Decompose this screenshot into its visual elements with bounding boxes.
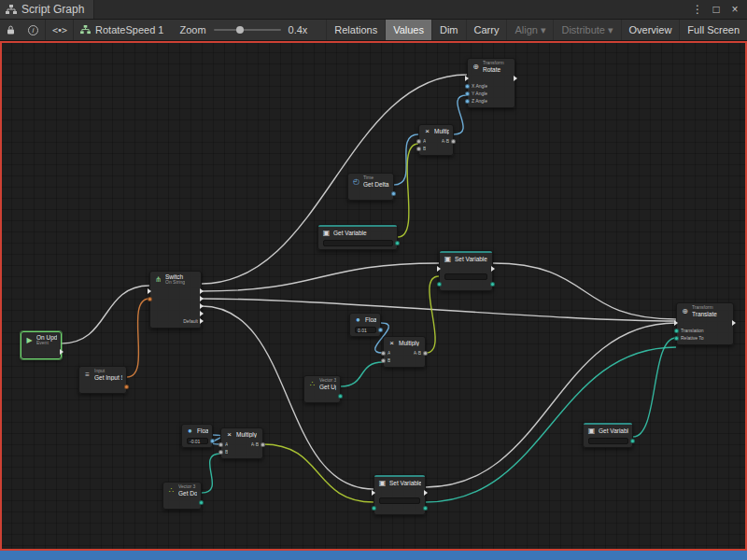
- value-port[interactable]: [199, 500, 204, 505]
- value-port[interactable]: [395, 241, 400, 245]
- node-multiply-mid[interactable]: × Multiply AA·BB: [383, 336, 426, 368]
- value-port[interactable]: [451, 139, 456, 144]
- value-port[interactable]: [381, 351, 386, 356]
- node-get-variable-right[interactable]: ▣ Get Variable: [583, 422, 633, 448]
- edge-getup-to-multiply-mid: [341, 362, 383, 386]
- zoom-slider[interactable]: [214, 24, 281, 35]
- value-port[interactable]: [437, 282, 442, 287]
- branch-icon: ⋔: [154, 275, 162, 284]
- value-port[interactable]: [674, 329, 679, 333]
- graph-canvas[interactable]: ▶ On UpdateEvent ≡ InputGet Input String…: [0, 41, 747, 551]
- node-get-input-string[interactable]: ≡ InputGet Input String: [78, 366, 127, 394]
- graph-breadcrumb[interactable]: RotateSpeed 1: [74, 20, 170, 40]
- node-on-update[interactable]: ▶ On UpdateEvent: [21, 331, 62, 359]
- value-port[interactable]: [490, 282, 495, 287]
- graph-toolbar: i <•> RotateSpeed 1 Zoom 0.4x RelationsV…: [0, 20, 747, 41]
- value-port[interactable]: [416, 147, 421, 151]
- node-get-variable-top[interactable]: ▣ Get Variable: [317, 224, 398, 250]
- cube-icon: ▣: [378, 479, 387, 487]
- node-field[interactable]: -0.01: [187, 438, 208, 444]
- flow-port[interactable]: [514, 76, 517, 81]
- value-port[interactable]: [465, 91, 470, 96]
- flow-port[interactable]: [491, 266, 495, 272]
- node-get-down[interactable]: ∴ Vector 3Get Down: [162, 482, 202, 510]
- flow-port[interactable]: [674, 320, 678, 326]
- node-title: Get Variable: [599, 427, 628, 434]
- value-port[interactable]: [465, 99, 470, 104]
- value-port[interactable]: [391, 191, 396, 196]
- toolbar-buttons: RelationsValuesDimCarryAlign ▾Distribute…: [326, 20, 747, 40]
- node-field[interactable]: 0.01: [355, 327, 376, 333]
- flow-port[interactable]: [200, 296, 204, 301]
- fit-icon[interactable]: <•>: [46, 20, 73, 40]
- flow-port[interactable]: [60, 349, 63, 355]
- value-port[interactable]: [674, 336, 679, 341]
- node-multiply-bottom[interactable]: × Multiply AA·BB: [220, 427, 263, 459]
- flow-port[interactable]: [200, 288, 204, 294]
- flow-port[interactable]: [437, 266, 441, 272]
- flow-port[interactable]: [148, 288, 151, 294]
- node-set-variable-mid[interactable]: ▣ Set Variable: [439, 250, 493, 291]
- zoom-value: 0.4x: [289, 24, 308, 35]
- flow-port[interactable]: [200, 303, 204, 309]
- toolbar-button-overview[interactable]: Overview: [621, 20, 680, 40]
- node-field[interactable]: [588, 438, 628, 444]
- vector3-icon: ∴: [308, 380, 317, 388]
- flow-port[interactable]: [200, 311, 204, 316]
- value-port[interactable]: [416, 139, 421, 144]
- node-field[interactable]: [379, 497, 420, 504]
- edge-setvar-bot-val-translate: [426, 347, 676, 502]
- node-get-delta-time[interactable]: ◴ TimeGet Delta Time: [347, 173, 394, 201]
- flow-port[interactable]: [424, 490, 428, 496]
- value-port[interactable]: [630, 439, 635, 443]
- zoom-slider-track[interactable]: [214, 29, 281, 31]
- flow-port[interactable]: [200, 318, 204, 324]
- value-port[interactable]: [423, 351, 428, 356]
- value-port[interactable]: [210, 439, 215, 443]
- flow-port[interactable]: [372, 490, 375, 496]
- node-float-001[interactable]: ● Float 0.01: [349, 313, 381, 337]
- window-tab[interactable]: Script Graph: [0, 0, 94, 19]
- zoom-slider-thumb[interactable]: [236, 26, 244, 34]
- toolbar-button-carry[interactable]: Carry: [466, 20, 507, 40]
- value-port[interactable]: [218, 450, 223, 455]
- value-port[interactable]: [148, 297, 152, 301]
- node-field[interactable]: [444, 273, 487, 280]
- toolbar-button-relations[interactable]: Relations: [326, 20, 385, 40]
- value-port[interactable]: [381, 358, 386, 363]
- toolbar-button-values[interactable]: Values: [385, 20, 431, 40]
- node-set-variable-bottom[interactable]: ▣ Set Variable: [374, 474, 426, 515]
- port-label: Default: [183, 318, 198, 324]
- flow-port[interactable]: [465, 76, 469, 81]
- node-multiply-top[interactable]: × Multiply AA·BB: [418, 124, 454, 156]
- toolbar-button-dim[interactable]: Dim: [431, 20, 466, 40]
- lock-icon[interactable]: [0, 20, 21, 40]
- node-rotate[interactable]: ⊕ TransformRotate X AngleY AngleZ Angle: [467, 58, 515, 108]
- window-maximize-button[interactable]: □: [708, 3, 725, 16]
- node-field[interactable]: [323, 240, 393, 246]
- info-icon[interactable]: i: [21, 20, 45, 40]
- bottom-accent-bar: [0, 551, 747, 560]
- node-title: Rotate: [483, 66, 504, 73]
- value-port[interactable]: [378, 328, 383, 332]
- node-float-minus-001[interactable]: ● Float -0.01: [181, 424, 213, 448]
- multiply-icon: ×: [225, 430, 233, 439]
- window-close-button[interactable]: ×: [726, 3, 743, 16]
- value-port[interactable]: [261, 442, 265, 447]
- node-translate[interactable]: ⊕ TransformTranslate TranslationRelative…: [676, 302, 734, 345]
- value-port[interactable]: [372, 506, 376, 511]
- value-port[interactable]: [423, 506, 428, 511]
- flow-port[interactable]: [732, 320, 736, 326]
- zoom-label: Zoom: [179, 24, 205, 35]
- graph-name: RotateSpeed 1: [95, 24, 163, 35]
- node-switch-on-string[interactable]: ⋔ SwitchOn String Default: [149, 271, 202, 329]
- toolbar-button-full-screen[interactable]: Full Screen: [679, 20, 747, 40]
- value-port[interactable]: [124, 385, 129, 389]
- toolbar-button-distribute[interactable]: Distribute ▾: [553, 20, 620, 40]
- value-port[interactable]: [338, 394, 343, 399]
- window-menu-button[interactable]: ⋮: [689, 3, 706, 16]
- value-port[interactable]: [218, 442, 223, 447]
- toolbar-button-align[interactable]: Align ▾: [506, 20, 553, 40]
- value-port[interactable]: [465, 84, 470, 89]
- node-get-up[interactable]: ∴ Vector 3Get Up: [303, 375, 341, 403]
